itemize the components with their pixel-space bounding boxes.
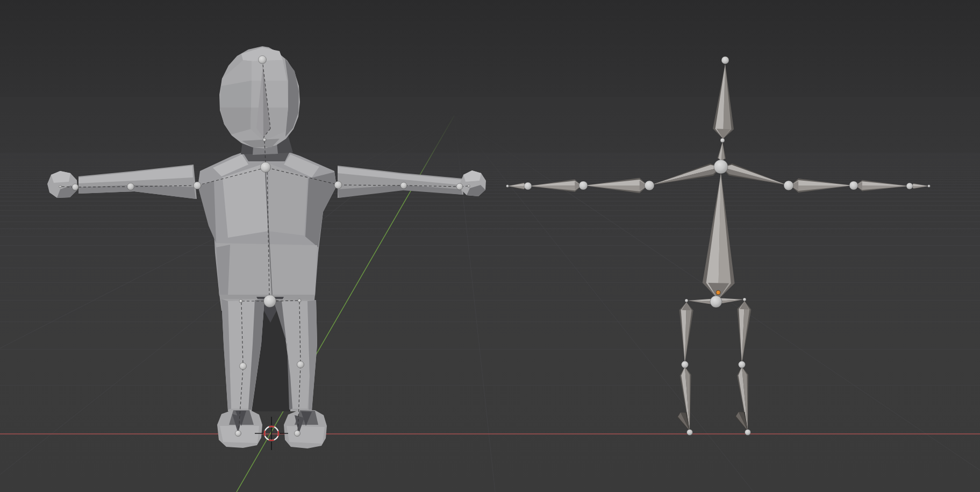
joint-sphere [579,181,588,190]
character-shoe-right [284,410,327,448]
joint-sphere [506,185,509,188]
joint-sphere [261,162,271,173]
joint-sphere [295,431,301,437]
joint-sphere [334,181,342,189]
joint-sphere [72,184,78,190]
joint-sphere [928,185,931,188]
joint-sphere [645,181,654,190]
joint-sphere [721,56,729,64]
joint-sphere [400,182,407,189]
joint-sphere [127,183,134,190]
joint-sphere [685,299,688,302]
joint-sphere [849,181,858,190]
joint-sphere [906,183,913,189]
joint-sphere [682,361,689,368]
3d-viewport[interactable] [0,0,980,492]
joint-sphere [739,361,746,368]
viewport-scene [0,0,980,492]
joint-sphere [743,298,746,301]
joint-sphere [235,431,241,437]
joint-sphere [784,181,793,190]
joint-sphere [194,182,201,189]
joint-sphere [259,56,267,64]
joint-sphere [468,185,470,187]
joint-sphere [714,160,728,174]
joint-sphere [687,430,693,436]
joint-sphere [239,300,242,303]
joint-sphere [240,363,247,370]
character-shoe-left [217,410,262,448]
joint-sphere [456,183,463,190]
joint-sphere [710,296,722,308]
armature-origin-dot [716,290,720,295]
joint-sphere [59,186,61,188]
joint-sphere [297,361,304,368]
joint-sphere [745,430,751,436]
joint-sphere [524,182,532,190]
joint-sphere [264,295,276,308]
joint-sphere [263,138,266,141]
joint-sphere [298,299,301,302]
joint-sphere [720,138,725,142]
